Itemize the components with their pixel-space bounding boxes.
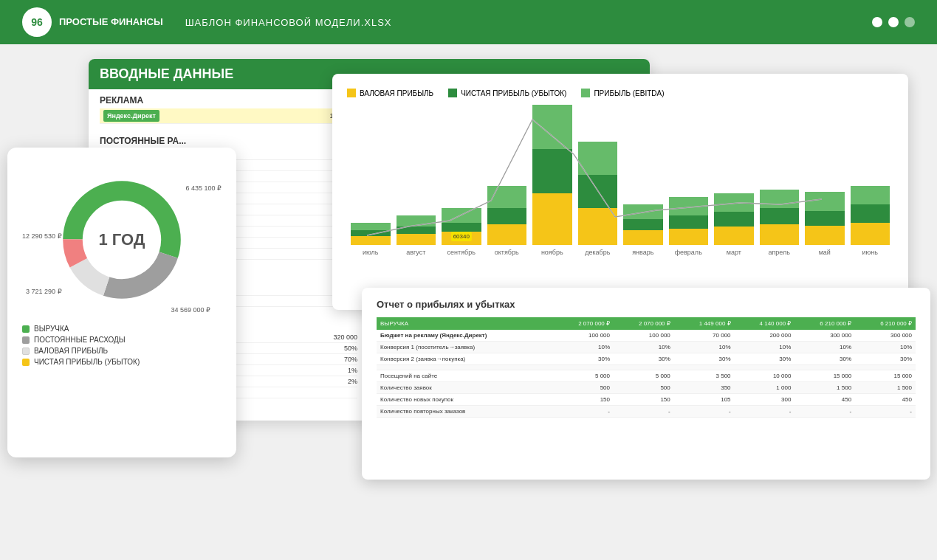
logo-text: ПРОСТЫЕ ФИНАНСЫ [59,16,163,29]
legend-net-color [448,89,457,97]
table-row: Количество заявок 5005003501 0001 5001 5… [377,382,916,394]
bar-june: июнь [851,186,890,256]
bar-december: декабрь [578,142,618,256]
table-row: Количество новых покупок 150150105300450… [377,394,916,406]
yandex-row: Яндекс.Директ 100 000 [100,108,357,124]
table-row [377,365,916,370]
dot-2[interactable] [888,17,899,27]
bar-april: апрель [760,190,800,256]
table-row: Конверсия 1 (посетитель→заявка) 10%10%10… [377,342,916,353]
report-col-4: 4 140 000 ₽ [735,317,795,330]
app-header: 96 ПРОСТЫЕ ФИНАНСЫ ШАБЛОН ФИНАНСОВОЙ МОД… [0,0,937,44]
legend-gross-profit: ВАЛОВАЯ ПРИБЫЛЬ [22,347,222,355]
donut-year-label: 1 ГОД [98,230,145,249]
donut-chart: 1 ГОД [52,170,192,310]
dot-3[interactable] [905,17,915,27]
logo-area: 96 ПРОСТЫЕ ФИНАНСЫ [22,7,163,37]
legend-ebitda-label: ПРИБЫЛЬ (EBITDA) [594,89,664,97]
bar-august: август [397,215,436,256]
chart-card: ВАЛОВАЯ ПРИБЫЛЬ ЧИСТАЯ ПРИБЫЛЬ (УБЫТОК) … [332,74,908,310]
report-col-3: 1 449 000 ₽ [674,317,735,330]
bar-march: март [714,193,754,256]
yandex-label: Яндекс.Директ [103,110,159,122]
donut-legend: ВЫРУЧКА ПОСТОЯННЫЕ РАСХОДЫ ВАЛОВАЯ ПРИБЫ… [22,325,222,369]
bar-july: июль [351,223,391,256]
legend-net-label: ЧИСТАЯ ПРИБЫЛЬ (УБЫТОК) [461,89,566,97]
report-col-6: 6 210 000 ₽ [855,317,916,330]
donut-center: 1 ГОД [98,230,145,249]
donut-card: 1 ГОД 6 435 100 ₽ 12 290 530 ₽ 34 569 00… [7,148,236,457]
report-title: Отчет о прибылях и убытках [377,299,916,310]
report-col-1: 2 070 000 ₽ [553,317,614,330]
main-content: ВВОДНЫЕ ДАННЫЕ РЕКЛАМА Яндекс.Директ 100… [0,44,937,560]
reklama-title: РЕКЛАМА [100,95,357,106]
bar-september: 60340 сентябрь [442,193,481,256]
bar-january: январь [623,204,663,256]
table-row: Посещений на сайте 5 0005 0003 50010 000… [377,370,916,382]
bar-chart-container: июль август 60340 [347,108,893,271]
reклама-section: РЕКЛАМА Яндекс.Директ 100 000 [89,89,368,130]
legend-revenue: ВЫРУЧКА [22,325,222,333]
report-col-5: 6 210 000 ₽ [794,317,855,330]
dot-1[interactable] [872,17,882,27]
report-header-label: ВЫРУЧКА [377,317,553,330]
bars-area: июль август 60340 [347,108,893,256]
legend-gross: ВАЛОВАЯ ПРИБЫЛЬ [347,89,433,97]
legend-ebitda-color [581,89,590,97]
bar-february: февраль [669,197,709,256]
report-table: ВЫРУЧКА 2 070 000 ₽ 2 070 000 ₽ 1 449 00… [377,317,916,418]
legend-gross-label: ВАЛОВАЯ ПРИБЫЛЬ [360,89,433,97]
report-col-2: 2 070 000 ₽ [614,317,674,330]
header-dots [872,17,915,27]
chart-legend: ВАЛОВАЯ ПРИБЫЛЬ ЧИСТАЯ ПРИБЫЛЬ (УБЫТОК) … [347,89,893,97]
table-row: Бюджет на рекламу (Яндекс.Директ) 100 00… [377,330,916,342]
legend-net: ЧИСТАЯ ПРИБЫЛЬ (УБЫТОК) [448,89,566,97]
bar-november: ноябрь [532,105,572,256]
legend-ebitda: ПРИБЫЛЬ (EBITDA) [581,89,664,97]
legend-gross-color [347,89,356,97]
table-row: Конверсия 2 (заявка→покупка) 30%30%30%30… [377,353,916,365]
logo-icon: 96 [22,7,52,37]
table-row: Количество повторных заказов ------ [377,406,916,418]
bar-october: октябрь [487,186,527,256]
bar-may: май [805,192,845,256]
report-card: Отчет о прибылях и убытках ВЫРУЧКА 2 070… [362,288,930,480]
legend-net-profit: ЧИСТАЯ ПРИБЫЛЬ (УБЫТОК) [22,358,222,366]
postoyannye-title: ПОСТОЯННЫЕ РА... [100,136,357,146]
header-title: ШАБЛОН ФИНАНСОВОЙ МОДЕЛИ.XLSX [185,17,392,28]
legend-fixed: ПОСТОЯННЫЕ РАСХОДЫ [22,336,222,344]
